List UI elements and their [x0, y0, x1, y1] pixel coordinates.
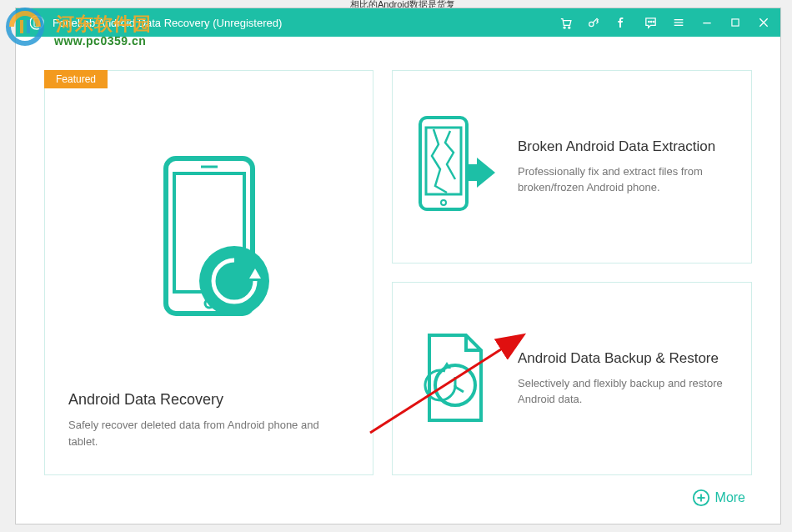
plus-circle-icon [692, 489, 710, 507]
svg-rect-1 [34, 18, 39, 27]
broken-phone-icon [409, 113, 501, 221]
cards-row: Featured Android Data Recovery Safely re [44, 70, 752, 475]
app-title: FoneLab Android Data Recovery (Unregiste… [53, 17, 282, 29]
card-backup-title: Android Data Backup & Restore [518, 350, 731, 367]
cart-icon[interactable] [557, 14, 574, 31]
right-column: Broken Android Data Extraction Professio… [392, 70, 752, 475]
card-recovery-desc: Safely recover deleted data from Android… [68, 417, 349, 449]
card-recovery-text: Android Data Recovery Safely recover del… [68, 391, 349, 449]
card-recovery-title: Android Data Recovery [68, 391, 349, 409]
svg-point-3 [568, 27, 569, 28]
card-broken-desc: Professionally fix and extract files fro… [518, 163, 731, 196]
svg-point-19 [199, 246, 269, 316]
svg-line-29 [455, 387, 464, 392]
svg-rect-24 [465, 164, 477, 181]
more-label: More [715, 490, 745, 505]
svg-rect-22 [426, 128, 461, 194]
maximize-icon[interactable] [727, 14, 744, 31]
featured-badge: Featured [44, 70, 108, 88]
svg-point-7 [653, 21, 654, 22]
card-android-data-recovery[interactable]: Featured Android Data Recovery Safely re [44, 70, 373, 475]
svg-marker-25 [477, 158, 495, 188]
card-backup-restore[interactable]: Android Data Backup & Restore Selectivel… [392, 282, 752, 475]
phone-recovery-icon [68, 104, 349, 374]
card-backup-desc: Selectively and flexibly backup and rest… [518, 375, 731, 408]
facebook-icon[interactable] [614, 14, 630, 31]
svg-point-23 [441, 200, 446, 205]
svg-point-6 [650, 21, 651, 22]
backup-file-icon [409, 329, 501, 429]
svg-point-2 [564, 27, 565, 28]
svg-point-4 [589, 22, 594, 26]
card-broken-title: Broken Android Data Extraction [518, 138, 731, 155]
card-broken-extraction[interactable]: Broken Android Data Extraction Professio… [392, 70, 752, 263]
main-content: Featured Android Data Recovery Safely re [16, 37, 780, 524]
svg-point-0 [30, 16, 43, 29]
app-window: FoneLab Android Data Recovery (Unregiste… [15, 8, 781, 524]
feedback-icon[interactable] [642, 14, 659, 31]
titlebar: FoneLab Android Data Recovery (Unregiste… [16, 8, 780, 37]
card-backup-text: Android Data Backup & Restore Selectivel… [518, 350, 731, 408]
key-icon[interactable] [585, 14, 602, 31]
minimize-icon[interactable] [699, 14, 715, 31]
card-broken-text: Broken Android Data Extraction Professio… [518, 138, 731, 196]
titlebar-right [557, 14, 772, 31]
close-icon[interactable] [755, 14, 772, 31]
more-button[interactable]: More [44, 489, 752, 507]
app-logo-icon [29, 15, 44, 30]
svg-point-5 [648, 21, 649, 22]
svg-rect-12 [732, 19, 739, 26]
titlebar-left: FoneLab Android Data Recovery (Unregiste… [29, 15, 282, 30]
menu-icon[interactable] [670, 14, 687, 31]
